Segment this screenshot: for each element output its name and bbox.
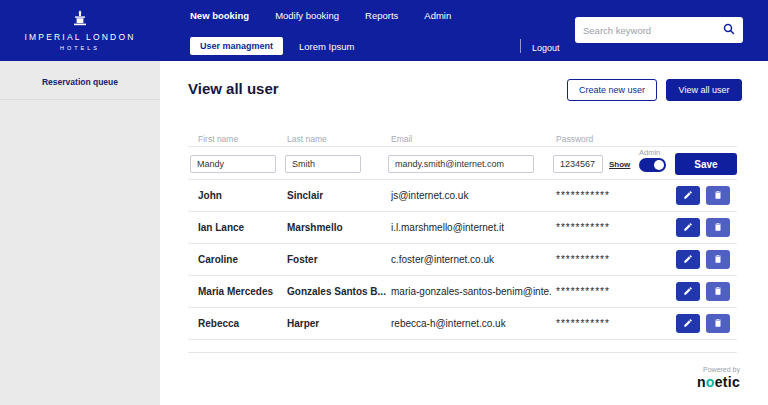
noetic-logo-suffix: etic (715, 374, 740, 390)
cell-last-name: Harper (287, 308, 387, 340)
column-header-last-name: Last name (287, 134, 327, 144)
table-row: Maria Mercedes Gonzales Santos B... mari… (188, 276, 737, 308)
view-all-user-button[interactable]: View all user (666, 79, 742, 101)
tab-user-management[interactable]: User managment (190, 37, 283, 55)
pencil-icon (683, 316, 693, 331)
table-row: Caroline Foster c.foster@internet.co.uk … (188, 244, 737, 276)
table-row: Rebecca Harper rebecca-h@internet.co.uk … (188, 308, 737, 340)
nav-modify-booking[interactable]: Modify booking (275, 10, 339, 21)
search-box (575, 17, 743, 43)
delete-user-button[interactable] (706, 250, 730, 269)
trash-icon (713, 316, 723, 331)
app-header: IMPERIAL LONDON HOTELS New booking Modif… (0, 0, 768, 61)
logout-link[interactable]: Logout (532, 43, 560, 53)
crest-icon (67, 10, 93, 30)
cell-email: maria-gonzales-santos-benim@inte... (391, 276, 551, 308)
noetic-logo-prefix: n (697, 374, 706, 390)
column-header-email: Email (391, 134, 412, 144)
delete-user-button[interactable] (706, 218, 730, 237)
table-row: Ian Lance Marshmello i.l.marshmello@inte… (188, 212, 737, 244)
trash-icon (713, 284, 723, 299)
pencil-icon (683, 188, 693, 203)
brand-subname: HOTELS (60, 45, 100, 51)
nav-admin[interactable]: Admin (424, 10, 451, 21)
powered-by-label: Powered by (703, 366, 740, 373)
save-button[interactable]: Save (675, 153, 737, 175)
first-name-input[interactable] (190, 155, 276, 173)
cell-last-name: Foster (287, 244, 387, 276)
cell-password: *********** (556, 308, 646, 340)
cell-email: js@internet.co.uk (391, 180, 551, 212)
delete-user-button[interactable] (706, 282, 730, 301)
edit-user-button[interactable] (676, 186, 700, 205)
edit-user-button[interactable] (676, 282, 700, 301)
trash-icon (713, 252, 723, 267)
cell-last-name: Marshmello (287, 212, 387, 244)
column-header-first-name: First name (198, 134, 238, 144)
email-input[interactable] (388, 155, 534, 173)
cell-password: *********** (556, 244, 646, 276)
nav-new-booking[interactable]: New booking (190, 10, 249, 21)
tab-lorem-ipsum[interactable]: Lorem Ipsum (299, 41, 354, 52)
page-title: View all user (188, 80, 279, 97)
trash-icon (713, 220, 723, 235)
cell-email: rebecca-h@internet.co.uk (391, 308, 551, 340)
noetic-logo-accent: o (706, 374, 715, 390)
pencil-icon (683, 284, 693, 299)
brand-logo: IMPERIAL LONDON HOTELS (0, 0, 160, 61)
last-name-input[interactable] (285, 155, 361, 173)
cell-password: *********** (556, 276, 646, 308)
nav-reports[interactable]: Reports (365, 10, 398, 21)
cell-first-name: John (198, 180, 283, 212)
new-user-edit-row: Show Admin Save (188, 146, 737, 180)
cell-first-name: Maria Mercedes (198, 276, 283, 308)
admin-toggle[interactable] (639, 158, 666, 172)
cell-last-name: Sinclair (287, 180, 387, 212)
sidebar: Reservation queue (0, 61, 160, 405)
create-new-user-button[interactable]: Create new user (567, 79, 657, 101)
edit-user-button[interactable] (676, 218, 700, 237)
delete-user-button[interactable] (706, 314, 730, 333)
cell-first-name: Ian Lance (198, 212, 283, 244)
cell-email: i.l.marshmello@internet.it (391, 212, 551, 244)
cell-password: *********** (556, 180, 646, 212)
trash-icon (713, 188, 723, 203)
pencil-icon (683, 252, 693, 267)
cell-password: *********** (556, 212, 646, 244)
edit-user-button[interactable] (676, 250, 700, 269)
app-window: IMPERIAL LONDON HOTELS New booking Modif… (0, 0, 768, 405)
password-input[interactable] (553, 155, 603, 173)
main-nav: New booking Modify booking Reports Admin (190, 10, 451, 21)
cell-first-name: Caroline (198, 244, 283, 276)
show-password-link[interactable]: Show (609, 160, 630, 169)
brand-name: IMPERIAL LONDON (24, 32, 135, 42)
cell-email: c.foster@internet.co.uk (391, 244, 551, 276)
table-row: John Sinclair js@internet.co.uk ********… (188, 180, 737, 212)
search-icon[interactable] (723, 21, 735, 39)
pencil-icon (683, 220, 693, 235)
noetic-logo: noetic (697, 374, 740, 390)
header-divider (520, 39, 521, 53)
cell-last-name: Gonzales Santos B... (287, 276, 387, 308)
search-input[interactable] (583, 25, 723, 36)
table-bottom-divider (188, 352, 737, 353)
edit-user-button[interactable] (676, 314, 700, 333)
admin-toggle-label: Admin (639, 148, 660, 157)
delete-user-button[interactable] (706, 186, 730, 205)
cell-first-name: Rebecca (198, 308, 283, 340)
sidebar-item-reservation-queue[interactable]: Reservation queue (0, 61, 160, 100)
column-header-password: Password (556, 134, 593, 144)
sub-nav: User managment Lorem Ipsum (190, 36, 354, 56)
